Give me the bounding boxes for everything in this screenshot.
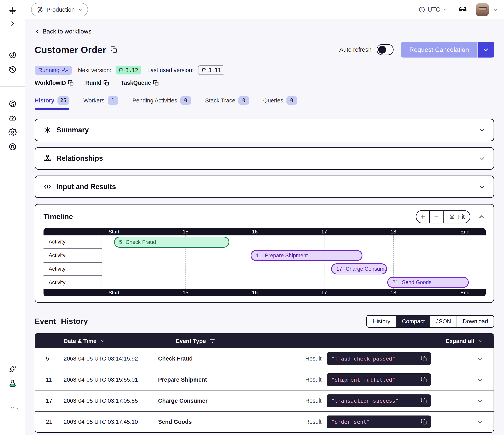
event-id: 11 xyxy=(256,253,261,259)
request-cancelation-button[interactable]: Request Cancelation xyxy=(401,42,477,57)
expand-sidebar-icon[interactable] xyxy=(9,20,16,27)
collapse-timeline-chevron-icon[interactable] xyxy=(478,213,486,221)
timeline-row-labels: ActivityActivityActivityActivity xyxy=(44,235,102,289)
timeline-gridline xyxy=(324,235,324,289)
event-id: 21 xyxy=(46,419,63,425)
tab[interactable]: Pending Activities 0 xyxy=(133,96,191,109)
tab-label: Pending Activities xyxy=(133,97,177,104)
copy-icon[interactable] xyxy=(68,80,74,86)
input-results-panel-header[interactable]: Input and Results xyxy=(35,176,494,197)
event-type-filter-header[interactable]: Event Type xyxy=(176,338,215,344)
fit-button[interactable]: Fit xyxy=(443,211,470,223)
tab-label: Stack Trace xyxy=(205,97,235,104)
zoom-out-button[interactable]: − xyxy=(429,211,443,223)
copy-icon[interactable] xyxy=(103,80,109,86)
axis-tick-label: Start xyxy=(109,228,119,235)
result-label: Result xyxy=(305,419,322,425)
timeline-activity-bar[interactable]: 17 Charge Consumer xyxy=(331,263,387,274)
event-id: 5 xyxy=(46,355,63,362)
feedback-glasses-icon[interactable] xyxy=(458,5,467,14)
app-logo-icon[interactable] xyxy=(8,7,17,15)
next-version-label: Next version: xyxy=(78,67,111,74)
copy-icon[interactable] xyxy=(421,377,427,383)
tab-label: Queries xyxy=(263,97,283,104)
namespace-selector[interactable]: Production xyxy=(31,3,88,16)
view-button[interactable]: Download xyxy=(457,316,494,327)
view-button[interactable]: History xyxy=(367,316,396,327)
getting-started-rocket-icon[interactable] xyxy=(9,365,17,373)
event-id: 17 xyxy=(46,398,63,404)
event-history-row: 5 2063-04-05 UTC 03:14:15.92 Check Fraud… xyxy=(35,348,494,369)
expand-row-chevron-icon[interactable] xyxy=(476,376,484,383)
view-button[interactable]: Compact xyxy=(396,316,430,327)
tab[interactable]: Queries 0 xyxy=(263,96,297,109)
fit-label: Fit xyxy=(458,213,465,220)
copy-icon[interactable] xyxy=(421,398,427,404)
filter-icon xyxy=(209,338,215,344)
copy-icon[interactable] xyxy=(153,80,159,86)
date-time-sort-header[interactable]: Date & Time xyxy=(63,338,176,344)
expand-all-button[interactable]: Expand all xyxy=(446,338,484,344)
tab-count-badge: 25 xyxy=(57,96,69,105)
chevron-down-icon[interactable] xyxy=(478,126,486,134)
labs-flask-icon[interactable] xyxy=(8,379,17,388)
workflow-id-chip[interactable]: WorkflowID xyxy=(35,80,74,86)
clock-icon xyxy=(419,6,425,13)
copy-icon[interactable] xyxy=(421,355,427,362)
request-cancelation-split-button: Request Cancelation xyxy=(401,42,494,57)
timeline-activity-bar[interactable]: 11 Prepare Shipment xyxy=(251,250,362,261)
nexus-icon[interactable] xyxy=(9,100,17,108)
git-branch-icon xyxy=(118,68,123,73)
timeline-activity-bar[interactable]: 21 Send Goods xyxy=(387,277,469,288)
workflows-icon[interactable] xyxy=(9,51,17,59)
timeline-row-label: Activity xyxy=(44,235,102,249)
result-pill[interactable]: "transaction success" xyxy=(327,394,431,407)
copy-title-icon[interactable] xyxy=(110,46,117,53)
activity-label: Prepare Shipment xyxy=(265,253,308,259)
tab[interactable]: History 25 xyxy=(35,96,69,109)
expand-row-chevron-icon[interactable] xyxy=(476,397,484,405)
page-title: Customer Order xyxy=(35,44,106,55)
result-pill[interactable]: "fraud check passed" xyxy=(327,352,431,365)
settings-gear-icon[interactable] xyxy=(9,128,17,136)
result-value: "transaction success" xyxy=(331,398,398,404)
event-type: Check Fraud xyxy=(158,355,268,362)
avatar[interactable] xyxy=(476,3,489,16)
event-type: Charge Consumer xyxy=(158,398,268,404)
cancelation-menu-button[interactable] xyxy=(477,42,494,57)
tab[interactable]: Workers 1 xyxy=(83,96,118,109)
zoom-in-button[interactable]: + xyxy=(416,211,429,223)
timeline-activity-bar[interactable]: 5 Check Fraud xyxy=(114,237,229,248)
summary-panel-header[interactable]: Summary xyxy=(35,119,494,141)
chevron-down-icon[interactable] xyxy=(478,155,486,162)
result-pill[interactable]: "shipment fulfilled" xyxy=(327,373,431,386)
run-id-chip[interactable]: RunId xyxy=(85,80,109,86)
status-label: Running xyxy=(38,67,59,74)
schedules-icon[interactable] xyxy=(9,65,17,74)
timezone-selector[interactable]: UTC xyxy=(419,6,448,13)
support-lifebuoy-icon[interactable] xyxy=(9,143,17,151)
user-menu-chevron-icon[interactable] xyxy=(492,7,498,13)
chevron-down-icon[interactable] xyxy=(478,183,486,191)
code-icon xyxy=(44,183,51,191)
usage-gauge-icon[interactable] xyxy=(9,114,17,122)
auto-refresh-toggle[interactable] xyxy=(377,44,394,55)
view-button[interactable]: JSON xyxy=(430,316,457,327)
expand-row-chevron-icon[interactable] xyxy=(476,355,484,362)
sidebar: 1.2.3 xyxy=(0,0,25,435)
expand-row-chevron-icon[interactable] xyxy=(476,418,484,426)
task-queue-chip[interactable]: TaskQueue xyxy=(121,80,159,86)
event-type-column-label: Event Type xyxy=(176,338,206,344)
event-datetime: 2063-04-05 UTC 03:17:05.55 xyxy=(63,398,158,404)
back-to-workflows-link[interactable]: Back to workflows xyxy=(35,28,91,35)
chevron-left-icon xyxy=(35,29,40,34)
event-history-table: Date & Time Event Type Expand all 5 2063… xyxy=(35,333,494,433)
relationships-panel-header[interactable]: Relationships xyxy=(35,148,494,169)
result-pill[interactable]: "order sent" xyxy=(327,416,431,428)
tab[interactable]: Stack Trace 0 xyxy=(205,96,249,109)
timeline-plot-area: 5 Check Fraud 11 Prepare Shipment 17 Cha… xyxy=(102,235,486,289)
axis-tick-label: 15 xyxy=(183,289,189,296)
activity-label: Charge Consumer xyxy=(346,266,389,272)
copy-icon[interactable] xyxy=(421,419,427,425)
event-id: 5 xyxy=(119,239,122,245)
